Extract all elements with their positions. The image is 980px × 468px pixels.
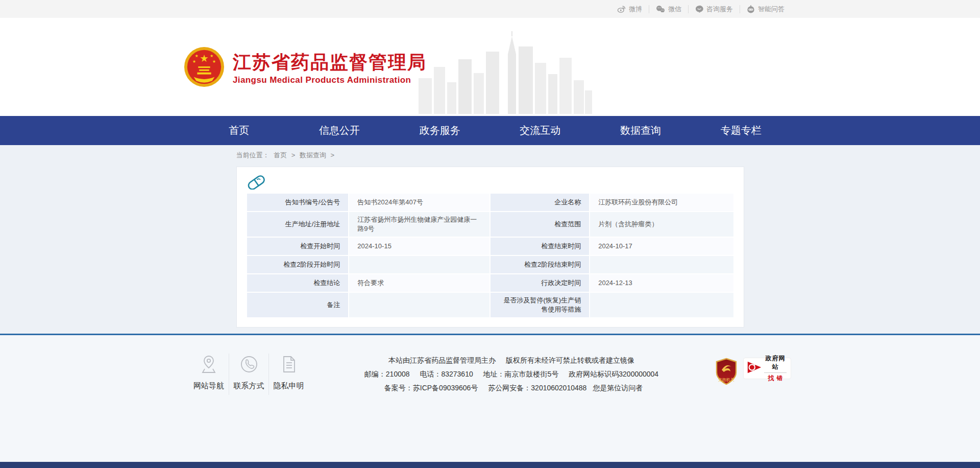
- wechat-link[interactable]: 微信: [649, 5, 688, 13]
- footer-line-2: 邮编：210008 电话：83273610 地址：南京市鼓楼街5号 政府网站标识…: [316, 367, 706, 381]
- page: 微博 微信 咨询服务 智能问答: [0, 0, 980, 468]
- footer-address: 地址：南京市鼓楼街5号: [483, 370, 559, 378]
- phone-icon: [232, 354, 265, 375]
- party-gov-badge-text: 党政机关: [718, 378, 734, 382]
- error-report-magnifier-icon: [746, 359, 763, 378]
- weibo-icon: [617, 5, 626, 13]
- main-content: 当前位置： 首页 > 数据查询 >: [0, 145, 980, 334]
- end-date-value: 2024-10-17: [590, 238, 733, 255]
- footer-link-contact-label: 联系方式: [232, 381, 265, 391]
- table-row: 检查2阶段开始时间 检查2阶段结束时间: [247, 256, 733, 273]
- site-header: ★ ★ ★ ★ ★ 江苏省药品监督管理局 Jiangsu Medical Pro…: [0, 18, 980, 116]
- nav-item-info-disclosure[interactable]: 信息公开: [289, 116, 390, 145]
- weibo-link[interactable]: 微博: [610, 5, 649, 13]
- start-date-value: 2024-10-15: [349, 238, 489, 255]
- site-logo[interactable]: ★ ★ ★ ★ ★ 江苏省药品监督管理局 Jiangsu Medical Pro…: [184, 46, 427, 89]
- footer-line-3: 备案号：苏ICP备09039606号 苏公网安备：32010602010488 …: [316, 381, 706, 395]
- table-row: 检查结论 符合要求 行政决定时间 2024-12-13: [247, 274, 733, 292]
- footer-link-sitemap-label: 网站导航: [192, 381, 226, 391]
- conclusion-label: 检查结论: [247, 274, 349, 292]
- breadcrumb: 当前位置： 首页 > 数据查询 >: [236, 145, 744, 160]
- footer-security-number[interactable]: 苏公网安备：32010602010488: [488, 384, 586, 392]
- smart-qa-link[interactable]: 智能问答: [740, 5, 791, 13]
- nav-item-gov-services[interactable]: 政务服务: [389, 116, 490, 145]
- decision-date-label: 行政决定时间: [491, 274, 589, 292]
- footer-badges: 党政机关 政府网站 找错: [715, 358, 791, 395]
- decision-date-value: 2024-12-13: [590, 274, 733, 292]
- footer-site-id: 政府网站标识码3200000004: [569, 370, 658, 378]
- suspension-measures-label: 是否涉及暂停(恢复)生产销售使用等措施: [491, 293, 589, 317]
- phase2-end-value: [590, 256, 733, 273]
- footer-postcode: 邮编：210008: [364, 370, 410, 378]
- svg-text:★: ★: [210, 54, 213, 58]
- address-value: 江苏省扬州市扬州生物健康产业园健康一路9号: [349, 212, 489, 237]
- bottom-navy-bar: [0, 462, 980, 468]
- svg-text:★: ★: [195, 54, 199, 58]
- breadcrumb-separator: >: [291, 151, 296, 159]
- footer-link-sitemap[interactable]: 网站导航: [189, 354, 229, 395]
- end-date-label: 检查结束时间: [491, 238, 589, 255]
- phase2-start-value: [349, 256, 489, 273]
- address-label: 生产地址/注册地址: [247, 212, 349, 237]
- document-icon: [272, 354, 305, 375]
- map-pin-icon: [192, 354, 226, 375]
- conclusion-value: 符合要求: [349, 274, 489, 292]
- start-date-label: 检查开始时间: [247, 238, 349, 255]
- table-row: 告知书编号/公告号 告知书2024年第407号 企业名称 江苏联环药业股份有限公…: [247, 194, 733, 211]
- table-row: 生产地址/注册地址 江苏省扬州市扬州生物健康产业园健康一路9号 检查范围 片剂（…: [247, 212, 733, 237]
- footer-quick-links: 网站导航 联系方式: [189, 354, 308, 395]
- nav-item-data-query[interactable]: 数据查询: [591, 116, 691, 145]
- phase2-start-label: 检查2阶段开始时间: [247, 256, 349, 273]
- svg-text:★: ★: [200, 53, 208, 64]
- weibo-label: 微博: [629, 5, 642, 14]
- consult-service-label: 咨询服务: [706, 5, 733, 14]
- smart-qa-label: 智能问答: [758, 5, 785, 14]
- website-error-report-badge[interactable]: 政府网站 找错: [743, 358, 791, 379]
- inspection-detail-table: 告知书编号/公告号 告知书2024年第407号 企业名称 江苏联环药业股份有限公…: [246, 193, 734, 318]
- error-report-badge-top-text: 政府网站: [763, 354, 788, 371]
- footer-icp-number[interactable]: 备案号：苏ICP备09039606号: [384, 384, 478, 392]
- site-title: 江苏省药品监督管理局: [233, 51, 427, 74]
- company-name-label: 企业名称: [491, 194, 589, 211]
- consult-service-icon: [695, 5, 703, 13]
- breadcrumb-home[interactable]: 首页: [274, 151, 287, 159]
- nav-item-special-topics[interactable]: 专题专栏: [691, 116, 791, 145]
- footer-copyright-text: 版权所有未经许可禁止转载或者建立镜像: [506, 356, 634, 364]
- inspection-record-card: 告知书编号/公告号 告知书2024年第407号 企业名称 江苏联环药业股份有限公…: [236, 167, 744, 327]
- inspection-scope-value: 片剂（含抗肿瘤类）: [590, 212, 733, 237]
- wechat-icon: [656, 5, 665, 13]
- party-gov-badge[interactable]: 党政机关: [715, 358, 738, 387]
- breadcrumb-separator: >: [331, 151, 335, 159]
- pill-icon: [246, 174, 734, 191]
- svg-text:★: ★: [212, 59, 216, 64]
- error-report-badge-bottom-text: 找错: [763, 374, 788, 383]
- notice-number-value: 告知书2024年第407号: [349, 194, 489, 211]
- footer-phone: 电话：83273610: [420, 370, 473, 378]
- wechat-label: 微信: [668, 5, 681, 14]
- table-row: 检查开始时间 2024-10-15 检查结束时间 2024-10-17: [247, 238, 733, 255]
- nav-item-interaction[interactable]: 交流互动: [490, 116, 591, 145]
- footer-link-privacy-label: 隐私申明: [272, 381, 305, 391]
- error-report-badge-divider: [764, 372, 787, 373]
- notice-number-label: 告知书编号/公告号: [247, 194, 349, 211]
- company-name-value: 江苏联环药业股份有限公司: [590, 194, 733, 211]
- table-row: 备注 是否涉及暂停(恢复)生产销售使用等措施: [247, 293, 733, 317]
- footer-visitor-counter: 您是第位访问者: [593, 384, 643, 392]
- site-footer: 网站导航 联系方式: [0, 335, 980, 462]
- nav-item-home[interactable]: 首页: [189, 116, 289, 145]
- consult-service-link[interactable]: 咨询服务: [688, 5, 740, 13]
- svg-text:★: ★: [192, 59, 196, 64]
- suspension-measures-value: [590, 293, 733, 317]
- inspection-scope-label: 检查范围: [491, 212, 589, 237]
- remarks-label: 备注: [247, 293, 349, 317]
- footer-info-text: 本站由江苏省药品监督管理局主办 版权所有未经许可禁止转载或者建立镜像 邮编：21…: [308, 354, 715, 395]
- phase2-end-label: 检查2阶段结束时间: [491, 256, 589, 273]
- breadcrumb-prefix: 当前位置：: [236, 151, 270, 159]
- footer-link-privacy[interactable]: 隐私申明: [268, 354, 308, 395]
- top-utility-bar: 微博 微信 咨询服务 智能问答: [0, 0, 980, 18]
- city-skyline-decoration: [419, 31, 592, 116]
- footer-link-contact[interactable]: 联系方式: [229, 354, 268, 395]
- breadcrumb-data-query[interactable]: 数据查询: [300, 151, 326, 159]
- site-subtitle: Jiangsu Medical Products Administration: [233, 75, 427, 85]
- remarks-value: [349, 293, 489, 317]
